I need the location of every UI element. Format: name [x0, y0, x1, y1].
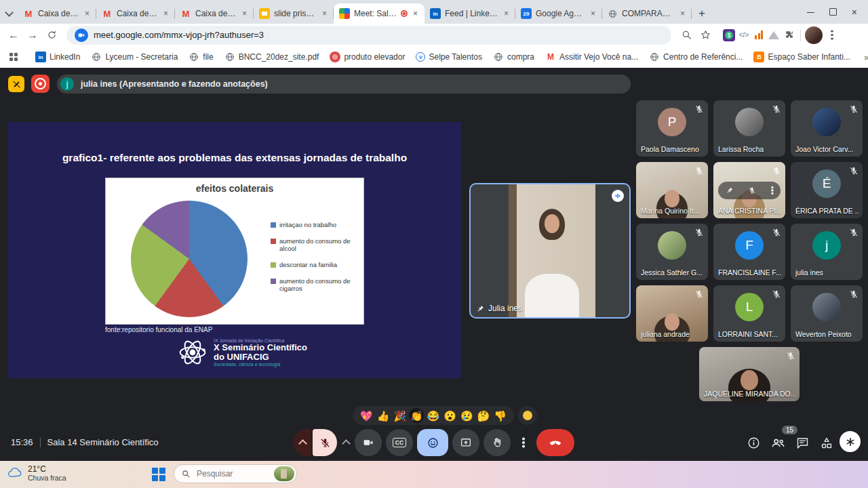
reaction-thumbs-up[interactable]: 👍: [376, 408, 391, 423]
participant-tile[interactable]: JAQUELINE MIRANDA DO...: [699, 347, 800, 401]
avatar: [735, 108, 764, 136]
participant-tile[interactable]: Larissa Rocha: [713, 100, 785, 157]
start-button[interactable]: [152, 468, 165, 481]
money-extension-icon[interactable]: $: [722, 28, 736, 43]
tab-close-icon[interactable]: ×: [162, 9, 170, 18]
address-bar[interactable]: meet.google.com/mmx-vjop-jrh?authuser=3: [66, 26, 671, 45]
search-input[interactable]: [195, 468, 266, 479]
tab-agenda[interactable]: 29 Google Agenda ×: [515, 3, 602, 24]
recording-button[interactable]: [31, 75, 50, 93]
taskbar-search[interactable]: [174, 464, 297, 483]
new-tab-button[interactable]: +: [692, 3, 712, 24]
participant-tile[interactable]: Weverton Peixoto: [791, 285, 863, 342]
window-minimize-icon[interactable]: [807, 12, 814, 13]
presenter-video-tile[interactable]: Julia ines: [469, 183, 631, 319]
bookmark-selpe-talentos[interactable]: VSelpe Talentos: [412, 50, 486, 64]
chat-icon[interactable]: [795, 436, 810, 450]
reaction-clap[interactable]: 👏: [409, 408, 424, 423]
camera-button[interactable]: [355, 429, 382, 456]
mic-options-button[interactable]: [294, 429, 311, 456]
tab-close-icon[interactable]: ×: [502, 9, 510, 18]
participant-tile[interactable]: Jessica Sathler G...: [636, 224, 708, 280]
legend-item: aumento do consumo de alcool: [271, 238, 359, 253]
tab-close-icon[interactable]: ×: [321, 9, 328, 18]
participant-tile[interactable]: P Paola Damasceno: [636, 100, 708, 157]
reaction-party[interactable]: 🎉: [393, 408, 408, 423]
bookmarks-overflow-button[interactable]: »: [860, 52, 868, 62]
bookmark-centro-referencia[interactable]: Centro de Referênci...: [645, 49, 747, 64]
participant-tile[interactable]: L LORRAINI SANT...: [713, 285, 785, 342]
skin-tone-button[interactable]: [518, 406, 537, 425]
participant-tile[interactable]: É ÉRICA PRATA DE ...: [791, 162, 863, 218]
more-options-button[interactable]: [515, 429, 532, 456]
logo-sub-text: Sociedade, ciência e tecnologia: [214, 362, 307, 367]
tile-menu-icon[interactable]: [771, 189, 773, 191]
avatar: [812, 293, 841, 321]
search-icon[interactable]: [677, 26, 696, 45]
chatgpt-extension-button[interactable]: [840, 431, 861, 452]
tab-slides[interactable]: slide prisao prev ×: [254, 3, 334, 24]
window-maximize-icon[interactable]: [829, 8, 837, 16]
participant-tile[interactable]: Marina Quirino It...: [636, 162, 708, 218]
annotation-off-button[interactable]: [8, 76, 24, 92]
apps-grid-icon[interactable]: [7, 53, 20, 61]
tab-gmail-2[interactable]: M Caixa de entrada ×: [96, 3, 175, 24]
present-button[interactable]: [452, 429, 479, 456]
window-close-icon[interactable]: ×: [852, 7, 857, 17]
reaction-thumbs-down[interactable]: 👎: [493, 408, 508, 423]
tab-close-icon[interactable]: ×: [83, 9, 91, 18]
bookmark-star-icon[interactable]: [696, 26, 715, 45]
info-icon[interactable]: [747, 436, 761, 450]
smiley-icon: [427, 436, 439, 449]
mountain-extension-icon[interactable]: [766, 28, 781, 43]
reaction-thinking[interactable]: 🤔: [476, 408, 491, 423]
browser-menu-icon[interactable]: [823, 26, 842, 45]
participant-tile[interactable]: F FRANCISLAINE F...: [713, 224, 785, 280]
pin-icon[interactable]: [726, 186, 734, 195]
end-call-button[interactable]: [536, 429, 574, 456]
chart-extension-icon[interactable]: [751, 28, 766, 43]
tab-close-icon[interactable]: ×: [589, 9, 597, 18]
tab-linkedin[interactable]: in Feed | LinkedIn ×: [425, 3, 515, 24]
tab-close-icon[interactable]: ×: [679, 9, 686, 18]
bookmark-bncc-pdf[interactable]: BNCC_20dez_site.pdf: [220, 49, 323, 64]
bookmark-linkedin[interactable]: inLinkedIn: [31, 49, 84, 64]
participant-tile[interactable]: ANA CRISTINA PI...: [713, 162, 785, 218]
profile-avatar[interactable]: [805, 26, 823, 44]
tab-search-button[interactable]: [0, 3, 18, 24]
reaction-surprised[interactable]: 😮: [443, 408, 458, 423]
code-extension-icon[interactable]: </>: [736, 28, 751, 43]
reaction-laugh[interactable]: 😂: [426, 408, 441, 423]
bookmark-compra[interactable]: compra: [489, 49, 538, 64]
tab-close-icon[interactable]: ×: [241, 9, 248, 18]
participant-tile[interactable]: Joao Victor Carv...: [791, 100, 863, 157]
mic-off-icon[interactable]: [748, 186, 756, 195]
tab-gmail-1[interactable]: M Caixa de entrada ×: [18, 3, 96, 24]
reactions-button[interactable]: [417, 429, 448, 456]
bookmark-file[interactable]: file: [184, 49, 217, 64]
reaction-heart[interactable]: 💖: [359, 408, 374, 423]
people-icon[interactable]: [770, 435, 786, 451]
activities-icon[interactable]: [819, 436, 834, 451]
participant-tile[interactable]: j julia ines: [791, 224, 863, 280]
bookmark-produto-elevador[interactable]: produto elevador: [326, 49, 409, 64]
bookmark-espaco-saber[interactable]: BEspaço Saber Infanti...: [749, 49, 854, 64]
bookmark-lyceum[interactable]: Lyceum - Secretaria: [87, 49, 182, 64]
tab-comparacao[interactable]: COMPARAÇÃO ×: [602, 3, 692, 24]
weather-widget[interactable]: 21°C Chuva fraca: [7, 464, 66, 482]
extensions-puzzle-icon[interactable]: [781, 28, 796, 43]
participant-tile[interactable]: juliana andrade: [636, 285, 708, 342]
captions-button[interactable]: CC: [386, 429, 413, 456]
forward-button[interactable]: →: [23, 26, 42, 45]
bookmark-assitir[interactable]: MAssitir Vejo Você na...: [541, 49, 642, 64]
tab-meet-active[interactable]: Meet: Sala 1- ×: [334, 3, 425, 24]
tab-gmail-3[interactable]: M Caixa de entrada ×: [175, 3, 254, 24]
tab-close-icon[interactable]: ×: [412, 9, 419, 18]
reload-button[interactable]: [42, 26, 61, 45]
reaction-cry[interactable]: 😢: [459, 408, 474, 423]
camera-icon: [362, 436, 374, 449]
back-button[interactable]: ←: [4, 26, 23, 45]
raise-hand-button[interactable]: [484, 429, 511, 456]
mic-muted-button[interactable]: [313, 429, 337, 456]
camera-options-button[interactable]: [341, 429, 351, 456]
